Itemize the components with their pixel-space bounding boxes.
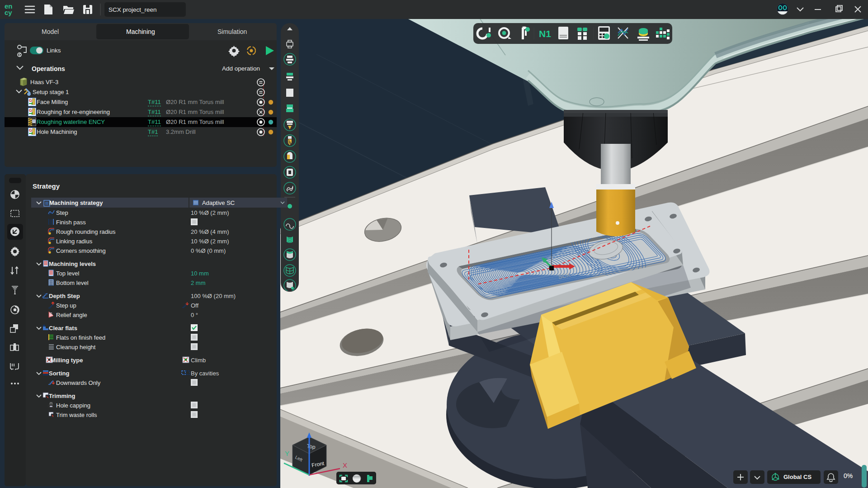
svg-text:G: G [29, 98, 32, 103]
svg-text:Top: Top [307, 443, 316, 450]
svg-text:Y: Y [285, 450, 289, 457]
svg-text:G: G [29, 128, 32, 133]
svg-text:N1: N1 [539, 28, 551, 39]
svg-text:SCX project_reen: SCX project_reen [108, 6, 157, 13]
svg-text:cy: cy [5, 9, 12, 16]
svg-text:X: X [343, 461, 347, 469]
svg-text:Add operation: Add operation [222, 65, 260, 72]
svg-text:Links: Links [47, 47, 61, 54]
svg-text:Operations: Operations [32, 65, 65, 72]
svg-text:G: G [29, 108, 32, 113]
